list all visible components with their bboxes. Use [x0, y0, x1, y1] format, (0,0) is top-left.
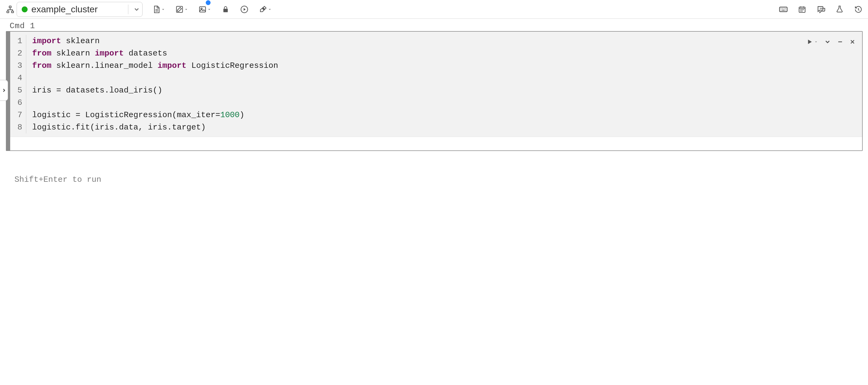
- flask-icon[interactable]: [835, 3, 844, 16]
- code-cell: 12345678 import sklearnfrom sklearn impo…: [6, 31, 863, 151]
- cluster-dropdown-separator: [128, 5, 128, 14]
- edit-pencil-icon: [175, 3, 184, 16]
- run-circle-icon: [240, 3, 249, 16]
- svg-rect-4: [199, 7, 206, 12]
- caret-down-icon: [184, 7, 189, 12]
- notebook-toolbar: example_cluster: [0, 0, 868, 19]
- code-editor[interactable]: 12345678 import sklearnfrom sklearn impo…: [10, 32, 862, 137]
- cluster-status-dot: [22, 6, 28, 12]
- eraser-icon: [258, 3, 268, 16]
- cluster-name: example_cluster: [31, 4, 123, 14]
- run-cell-button[interactable]: [806, 38, 818, 46]
- chevron-down-icon[interactable]: [824, 38, 831, 45]
- svg-rect-1: [7, 11, 9, 12]
- image-icon: [198, 3, 207, 16]
- keyboard-icon[interactable]: [778, 3, 788, 16]
- line-number-gutter: 12345678: [10, 35, 26, 134]
- minimize-cell-button[interactable]: [837, 39, 843, 45]
- notification-dot-icon: [206, 0, 211, 5]
- svg-rect-2: [11, 11, 14, 12]
- permissions-button[interactable]: [221, 3, 230, 16]
- close-cell-button[interactable]: [849, 39, 856, 45]
- lock-icon: [221, 3, 230, 16]
- notebook-workspace: Cmd 1 12345678: [0, 19, 868, 184]
- workspace-tree-icon[interactable]: [5, 3, 15, 16]
- caret-down-icon: [267, 7, 272, 12]
- chart-menu-button[interactable]: [198, 3, 212, 16]
- edit-menu-button[interactable]: [175, 3, 189, 16]
- svg-rect-7: [780, 7, 787, 11]
- history-icon[interactable]: [854, 3, 863, 16]
- file-menu-button[interactable]: [152, 3, 165, 16]
- run-hint: Shift+Enter to run: [14, 175, 863, 184]
- svg-rect-0: [9, 6, 11, 7]
- file-doc-icon: [152, 3, 161, 16]
- chevron-down-icon[interactable]: [133, 6, 140, 13]
- cell-action-bar: [806, 38, 856, 46]
- clear-menu-button[interactable]: [258, 3, 272, 16]
- calendar-icon[interactable]: [797, 3, 807, 16]
- comments-icon[interactable]: [816, 3, 826, 16]
- cluster-selector[interactable]: example_cluster: [17, 2, 143, 17]
- cell-label: Cmd 1: [0, 19, 863, 31]
- caret-down-icon: [207, 7, 212, 12]
- code-content[interactable]: import sklearnfrom sklearn import datase…: [26, 35, 862, 134]
- cell-expand-handle[interactable]: [0, 80, 8, 101]
- run-all-button[interactable]: [240, 3, 249, 16]
- caret-down-icon: [161, 7, 165, 12]
